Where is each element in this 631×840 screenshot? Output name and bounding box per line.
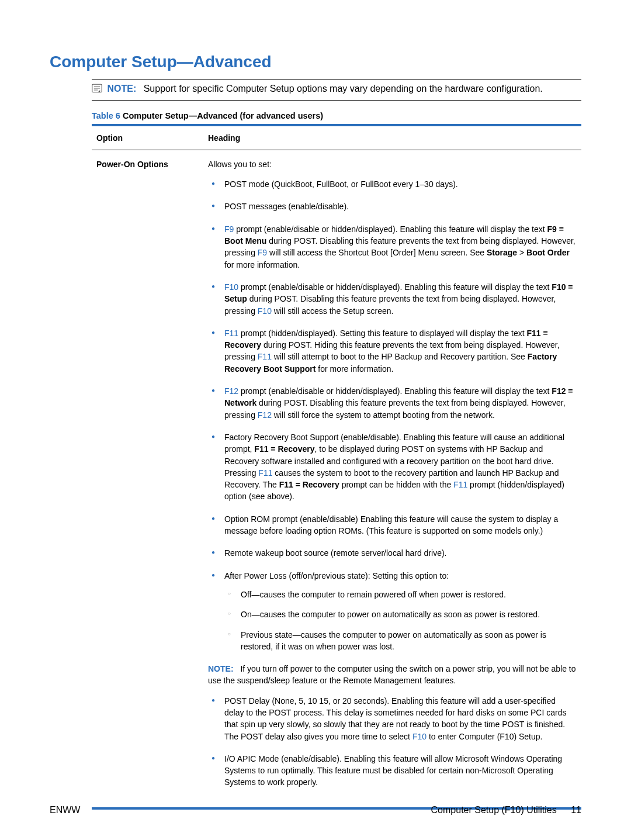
footer-section-title: Computer Setup (F10) Utilities [431, 805, 557, 815]
inline-note-text: If you turn off power to the computer us… [208, 664, 576, 685]
note-label: NOTE: [107, 84, 136, 94]
col-header-heading: Heading [203, 125, 581, 150]
footer-left: ENWW [50, 805, 80, 815]
table-caption-prefix: Table 6 [92, 111, 120, 120]
list-item: Off—causes the computer to remain powere… [224, 589, 577, 600]
table-container: Table 6 Computer Setup—Advanced (for adv… [92, 111, 581, 810]
col-header-option: Option [92, 125, 203, 150]
page-footer: ENWW Computer Setup (F10) Utilities 11 [50, 805, 581, 815]
document-page: Computer Setup—Advanced NOTE: Support fo… [0, 0, 631, 840]
option-description: Allows you to set: POST mode (QuickBoot,… [203, 150, 581, 808]
list-item: F12 prompt (enable/disable or hidden/dis… [208, 385, 577, 421]
option-bullet-list: POST mode (QuickBoot, FullBoot, or FullB… [208, 178, 577, 652]
note-text: Support for specific Computer Setup opti… [144, 84, 543, 94]
list-item: F10 prompt (enable/disable or hidden/dis… [208, 281, 577, 317]
inline-note: NOTE: If you turn off power to the compu… [208, 663, 577, 687]
footer-right: Computer Setup (F10) Utilities 11 [431, 805, 581, 815]
option-intro: Allows you to set: [208, 160, 272, 169]
table-caption-text: Computer Setup—Advanced (for advanced us… [120, 111, 323, 120]
option-name: Power-On Options [92, 150, 203, 808]
list-item: F9 prompt (enable/disable or hidden/disp… [208, 223, 577, 271]
table-header-row: Option Heading [92, 125, 581, 150]
page-number: 11 [571, 805, 581, 815]
list-item: POST mode (QuickBoot, FullBoot, or FullB… [208, 178, 577, 190]
list-item: I/O APIC Mode (enable/disable). Enabling… [208, 753, 577, 789]
note-callout: NOTE: Support for specific Computer Setu… [92, 79, 581, 101]
inline-note-label: NOTE: [208, 664, 234, 673]
note-icon [92, 84, 102, 93]
list-item: Previous state—causes the computer to po… [224, 629, 577, 653]
list-item: Factory Recovery Boot Support (enable/di… [208, 431, 577, 503]
list-item: POST messages (enable/disable). [208, 201, 577, 212]
option-bullet-list-2: POST Delay (None, 5, 10 15, or 20 second… [208, 695, 577, 789]
sub-list: Off—causes the computer to remain powere… [224, 589, 577, 652]
list-item: Option ROM prompt (enable/disable) Enabl… [208, 513, 577, 537]
list-item: On—causes the computer to power on autom… [224, 609, 577, 620]
list-item: POST Delay (None, 5, 10 15, or 20 second… [208, 695, 577, 742]
table-caption: Table 6 Computer Setup—Advanced (for adv… [92, 111, 581, 120]
list-item: F11 prompt (hidden/displayed). Setting t… [208, 327, 577, 375]
list-item: Remote wakeup boot source (remote server… [208, 547, 577, 559]
section-heading: Computer Setup—Advanced [50, 53, 581, 71]
options-table: Option Heading Power-On Options Allows y… [92, 124, 581, 810]
table-row: Power-On Options Allows you to set: POST… [92, 150, 581, 808]
list-item: After Power Loss (off/on/previous state)… [208, 570, 577, 652]
